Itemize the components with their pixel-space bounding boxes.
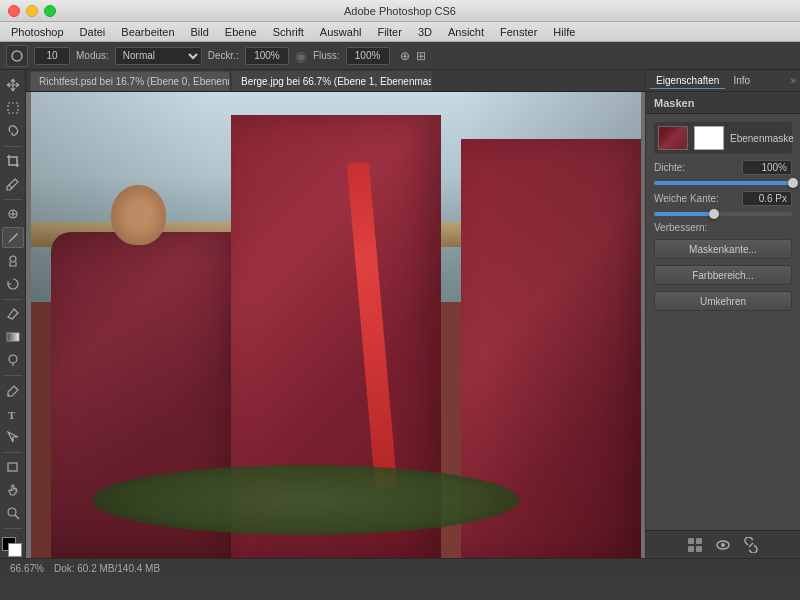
tab-info[interactable]: Info (727, 73, 756, 89)
healing-icon (6, 207, 20, 221)
tab-eigenschaften[interactable]: Eigenschaften (650, 73, 725, 89)
visibility-icon[interactable] (713, 535, 733, 555)
tablet-pressure2-icon[interactable]: ⊞ (416, 49, 426, 63)
menu-3d[interactable]: 3D (411, 24, 439, 40)
text-tool[interactable]: T (2, 403, 24, 424)
photo-canvas (31, 92, 641, 558)
dichte-slider[interactable] (654, 181, 792, 185)
healing-brush[interactable] (2, 204, 24, 225)
ebenenmaske-row: Ebenenmaske (654, 122, 792, 154)
menu-schrift[interactable]: Schrift (266, 24, 311, 40)
pen-tool[interactable] (2, 380, 24, 401)
background-color[interactable] (8, 543, 22, 557)
link-mask-icon[interactable] (741, 535, 761, 555)
svg-point-19 (721, 543, 725, 547)
lasso-freeform[interactable] (2, 120, 24, 141)
svg-rect-15 (696, 538, 702, 544)
brush-size-input[interactable] (34, 47, 70, 65)
svg-point-7 (7, 394, 9, 396)
panel-tabs-group: Eigenschaften Info (650, 73, 756, 89)
gradient-tool[interactable] (2, 327, 24, 348)
svg-rect-4 (7, 333, 19, 341)
document-area: Richtfest.psd bei 16.7% (Ebene 0, Ebenen… (26, 70, 645, 558)
panel-bottom-bar (646, 530, 800, 558)
svg-line-11 (15, 515, 19, 519)
opacity-label: Deckr.: (208, 50, 239, 61)
hand-tool[interactable] (2, 480, 24, 501)
menu-bearbeiten[interactable]: Bearbeiten (114, 24, 181, 40)
svg-point-3 (10, 256, 16, 262)
dodge-tool[interactable] (2, 350, 24, 371)
masken-content: Ebenenmaske Dichte: (646, 114, 800, 319)
tab-richtfest[interactable]: Richtfest.psd bei 16.7% (Ebene 0, Ebenen… (30, 71, 230, 91)
menu-ebene[interactable]: Ebene (218, 24, 264, 40)
eraser-tool[interactable] (2, 304, 24, 325)
menu-ansicht[interactable]: Ansicht (441, 24, 491, 40)
brush-preset-picker[interactable] (6, 45, 28, 67)
menu-auswahl[interactable]: Auswahl (313, 24, 369, 40)
move-tool[interactable] (2, 74, 24, 95)
hand-icon (6, 483, 20, 497)
move-icon (6, 78, 20, 92)
menu-filter[interactable]: Filter (370, 24, 408, 40)
masken-section-header[interactable]: Masken (646, 92, 800, 114)
weiche-kante-slider[interactable] (654, 212, 792, 216)
separator3 (4, 299, 22, 300)
dichte-input[interactable] (742, 160, 792, 175)
flow-label: Fluss: (313, 50, 340, 61)
history-brush[interactable] (2, 273, 24, 294)
umkehren-button[interactable]: Umkehren (654, 291, 792, 311)
clone-stamp[interactable] (2, 250, 24, 271)
mode-label: Modus: (76, 50, 109, 61)
svg-rect-14 (688, 538, 694, 544)
path-selection[interactable] (2, 426, 24, 447)
menu-bild[interactable]: Bild (184, 24, 216, 40)
tablet-pressure-icon[interactable]: ⊕ (400, 49, 410, 63)
zoom-tool[interactable] (2, 503, 24, 524)
crop-tool[interactable] (2, 150, 24, 171)
panel-collapse-button[interactable]: » (790, 75, 796, 86)
airbrush-icon[interactable]: ◉ (295, 48, 307, 64)
toolbar: T (0, 70, 26, 558)
maskenkante-button[interactable]: Maskenkante... (654, 239, 792, 259)
weiche-kante-row: Weiche Kante: (654, 191, 792, 206)
window-title: Adobe Photoshop CS6 (344, 5, 456, 17)
tab-berge[interactable]: Berge.jpg bei 66.7% (Ebene 1, Ebenenmask… (232, 71, 432, 91)
marquee-icon (6, 101, 20, 115)
menu-fenster[interactable]: Fenster (493, 24, 544, 40)
layer-thumbnail (658, 126, 688, 150)
mask-thumbnail[interactable] (694, 126, 724, 150)
canvas-area (26, 92, 645, 558)
svg-rect-9 (8, 463, 17, 471)
path-selection-icon (6, 430, 20, 444)
close-button[interactable] (8, 5, 20, 17)
dichte-label: Dichte: (654, 162, 685, 173)
brush-tool[interactable] (2, 227, 24, 248)
document-tabs: Richtfest.psd bei 16.7% (Ebene 0, Ebenen… (26, 70, 645, 92)
options-bar: Modus: Normal Multiplizieren Bildschirm … (0, 42, 800, 70)
lasso-icon (6, 124, 20, 138)
opacity-input[interactable] (245, 47, 289, 65)
eyedropper-tool[interactable] (2, 174, 24, 195)
stamp-icon (6, 254, 20, 268)
minimize-button[interactable] (26, 5, 38, 17)
menu-datei[interactable]: Datei (73, 24, 113, 40)
farbbereich-button[interactable]: Farbbereich... (654, 265, 792, 285)
flow-input[interactable] (346, 47, 390, 65)
separator2 (4, 199, 22, 200)
properties-panel: Eigenschaften Info » Masken Ebenenmaske (645, 70, 800, 558)
svg-text:T: T (8, 409, 16, 421)
vignette-overlay (31, 92, 641, 558)
menu-photoshop[interactable]: Photoshop (4, 24, 71, 40)
lasso-tool[interactable] (2, 97, 24, 118)
eraser-icon (6, 307, 20, 321)
add-mask-icon[interactable] (685, 535, 705, 555)
canvas-background (26, 92, 645, 558)
weiche-kante-input[interactable] (742, 191, 792, 206)
menu-hilfe[interactable]: Hilfe (546, 24, 582, 40)
shape-tool[interactable] (2, 456, 24, 477)
mode-select[interactable]: Normal Multiplizieren Bildschirm (115, 47, 202, 65)
maximize-button[interactable] (44, 5, 56, 17)
status-bar: 66.67% Dok: 60.2 MB/140.4 MB (0, 558, 800, 578)
zoom-level: 66.67% (10, 563, 44, 574)
